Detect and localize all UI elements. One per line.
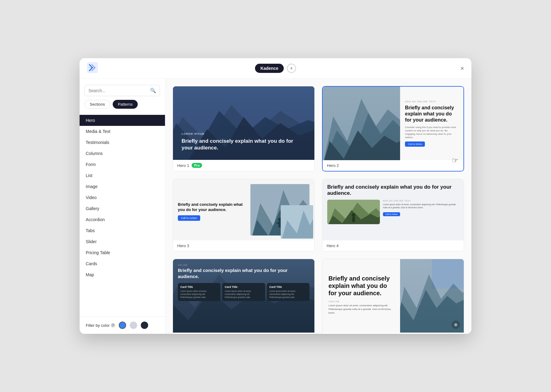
color-filter-dark[interactable] (141, 322, 148, 329)
sidebar-item-video[interactable]: Video (80, 192, 165, 203)
svg-point-22 (352, 213, 355, 217)
hero1-text: Briefly and concisely explain what you d… (182, 138, 306, 151)
hero5-card2-title: Card Title (225, 285, 262, 288)
templates-grid: LOREM IPSUM Briefly and concisely explai… (173, 86, 464, 334)
hero4-eyebrow: ADD AN ONLINE TEXT (383, 200, 459, 202)
hero6-content: Briefly and concisely explain what you d… (322, 259, 400, 333)
hero2-content: ADD AN ONLINE TEXT Briefly and concisely… (400, 87, 463, 160)
hero6-expand-icon: ⊕ (452, 320, 460, 329)
tab-patterns[interactable]: Patterns (113, 100, 138, 109)
cursor-icon: ☞ (452, 156, 459, 165)
sidebar-item-list[interactable]: List (80, 170, 165, 181)
hero5-card-2: Card Title Lorem ipsum dolor sit amet, c… (222, 283, 265, 301)
hero1-pro-badge: Pro (192, 163, 202, 168)
hero5-title: Briefly and concisely explain what you d… (178, 267, 309, 279)
sidebar-item-form[interactable]: Form (80, 159, 165, 170)
hero2-preview: ADD AN ONLINE TEXT Briefly and concisely… (323, 87, 463, 160)
hero1-label: Hero 1 (177, 163, 189, 168)
hero6-preview: Briefly and concisely explain what you d… (322, 259, 464, 333)
template-card-hero3[interactable]: — — — — Briefly and concisely explain wh… (173, 179, 315, 251)
sidebar: 🔍 Sections Patterns Hero Media & Text Te… (80, 79, 165, 334)
sidebar-item-slider[interactable]: Slider (80, 236, 165, 247)
hero2-cta-button: Call to follow (405, 141, 425, 147)
sidebar-item-columns[interactable]: Columns (80, 148, 165, 159)
hero3-image-overlay (281, 205, 313, 239)
tab-buttons: Sections Patterns (80, 100, 165, 114)
svg-rect-23 (352, 217, 355, 222)
sidebar-item-image[interactable]: Image (80, 181, 165, 192)
hero2-desc: Consider using this if you need to provi… (405, 126, 459, 139)
template-card-hero5[interactable]: ONLINE Briefly and concisely explain wha… (173, 259, 315, 334)
svg-rect-15 (276, 222, 279, 224)
modal-body: 🔍 Sections Patterns Hero Media & Text Te… (80, 79, 471, 334)
hero6-desc: Lorem ipsum dolor sit amet, consectetur … (328, 304, 394, 315)
template-card-hero4[interactable]: Briefly and concisely explain what you d… (322, 179, 464, 251)
add-button[interactable]: + (287, 64, 296, 73)
hero5-card1-title: Card Title (180, 285, 218, 288)
hero5-card1-text: Lorem ipsum dolor sit amet, consectetur … (180, 290, 218, 299)
color-filter-blue[interactable] (119, 322, 126, 329)
template-card-hero2[interactable]: ADD AN ONLINE TEXT Briefly and concisely… (322, 86, 464, 172)
hero5-card3-text: Lorem ipsum dolor sit amet, consectetur … (269, 290, 307, 299)
hero4-thumbnail: Briefly and concisely explain what you d… (322, 179, 464, 240)
search-input[interactable] (88, 88, 148, 93)
hero3-image (250, 184, 310, 236)
hero4-desc: Lorem ipsum dolor sit amet, consectetur … (383, 203, 459, 209)
hero3-label: Hero 3 (177, 243, 189, 248)
modal: Kadence + × 🔍 Sections Patterns Hero Med… (80, 58, 471, 334)
hero5-footer: Hero 5 (173, 333, 314, 334)
hero4-desc-block: ADD AN ONLINE TEXT Lorem ipsum dolor sit… (383, 200, 459, 217)
hero2-thumbnail: ADD AN ONLINE TEXT Briefly and concisely… (323, 87, 463, 160)
sidebar-item-tabs[interactable]: Tabs (80, 225, 165, 236)
nav-list: Hero Media & Text Testimonials Columns F… (80, 114, 165, 316)
template-card-hero6[interactable]: Briefly and concisely explain what you d… (322, 259, 464, 334)
hero5-card-1: Card Title Lorem ipsum dolor sit amet, c… (178, 283, 220, 301)
hero5-cards: Card Title Lorem ipsum dolor sit amet, c… (178, 283, 309, 301)
hero3-content: — — — — Briefly and concisely explain wh… (178, 199, 247, 221)
kadence-button[interactable]: Kadence (255, 64, 284, 73)
hero4-title: Briefly and concisely explain what you d… (327, 184, 459, 197)
sidebar-item-map[interactable]: Map (80, 269, 165, 280)
sidebar-item-media-text[interactable]: Media & Text (80, 126, 165, 137)
color-filter-light[interactable] (130, 322, 137, 329)
hero5-card3-title: Card Title (269, 285, 307, 288)
hero3-title: Briefly and concisely explain what you d… (178, 202, 247, 213)
main-content: LOREM IPSUM Briefly and concisely explai… (165, 79, 471, 334)
filter-help-icon: ? (111, 323, 115, 327)
search-icon: 🔍 (150, 88, 156, 93)
hero6-image: ⊕ (400, 259, 464, 333)
sidebar-item-testimonials[interactable]: Testimonials (80, 137, 165, 148)
hero5-card2-text: Lorem ipsum dolor sit amet, consectetur … (225, 290, 262, 299)
sidebar-item-cards[interactable]: Cards (80, 258, 165, 269)
hero6-thumbnail: Briefly and concisely explain what you d… (322, 259, 464, 333)
template-card-hero1[interactable]: LOREM IPSUM Briefly and concisely explai… (173, 86, 315, 172)
hero3-cta-button: Call to Action (178, 215, 200, 221)
hero3-preview: — — — — Briefly and concisely explain wh… (173, 179, 314, 240)
hero5-card-3: Card Title Lorem ipsum dolor sit amet, c… (267, 283, 309, 301)
close-button[interactable]: × (460, 65, 464, 72)
hero2-image (323, 87, 400, 160)
hero6-title: Briefly and concisely explain what you d… (328, 275, 394, 297)
hero2-label: Hero 2 (327, 163, 339, 168)
hero3-thumbnail: — — — — Briefly and concisely explain wh… (173, 179, 314, 240)
hero3-footer: Hero 3 (173, 240, 314, 251)
hero6-eyebrow: TAGLINE (328, 300, 394, 303)
tab-sections[interactable]: Sections (84, 100, 110, 109)
sidebar-item-pricing-table[interactable]: Pricing Table (80, 247, 165, 258)
sidebar-top: 🔍 (80, 79, 165, 100)
header-center: Kadence + (255, 64, 296, 73)
hero1-thumbnail: LOREM IPSUM Briefly and concisely explai… (173, 86, 314, 160)
hero2-title: Briefly and concisely explain what you d… (405, 105, 459, 123)
sidebar-item-gallery[interactable]: Gallery (80, 203, 165, 214)
hero4-label: Hero 4 (327, 243, 339, 248)
hero5-thumbnail: ONLINE Briefly and concisely explain wha… (173, 259, 314, 333)
sidebar-item-hero[interactable]: Hero (80, 115, 165, 126)
sidebar-item-accordion[interactable]: Accordion (80, 214, 165, 225)
hero4-cta-button: Call to follow (383, 212, 400, 216)
logo (87, 62, 98, 74)
filter-by-color-label: Filter by color ? (86, 323, 115, 328)
hero4-bottom: ADD AN ONLINE TEXT Lorem ipsum dolor sit… (327, 200, 459, 224)
hero4-footer: Hero 4 (322, 240, 464, 251)
sidebar-footer: Filter by color ? (80, 316, 165, 334)
hero4-image (327, 200, 380, 224)
